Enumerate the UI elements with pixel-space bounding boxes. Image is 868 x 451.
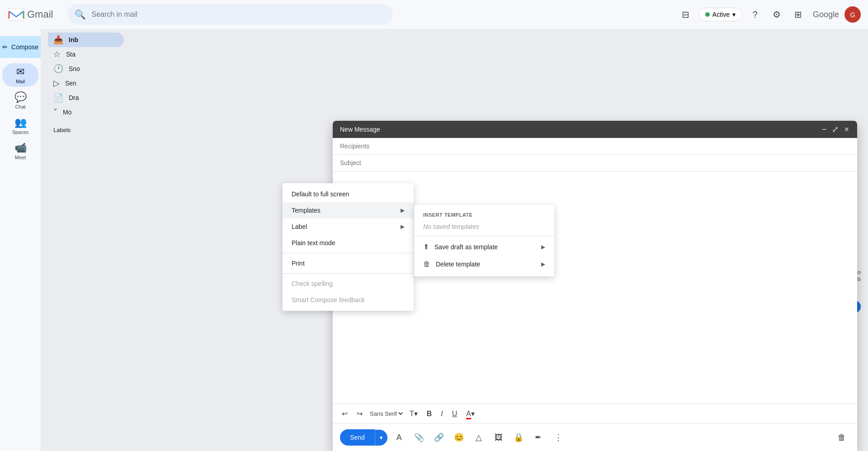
modal-footer: Send ▾ A 📎 🔗 😊 △ 🖼 🔒 ✒ ⋮ 🗑 [333,423,857,451]
send-options-button[interactable]: ▾ [375,430,387,446]
format-icon[interactable]: A [391,429,407,446]
bold-button[interactable]: B [423,408,436,420]
modal-toolbar: ↩ ↪ Sans Serif T▾ B I U A▾ [333,404,857,423]
drive-icon[interactable]: △ [471,429,487,446]
menu-item-print[interactable]: Print [283,255,414,271]
menu-divider-2 [283,273,414,274]
menu-label-smart-compose: Smart Compose feedback [292,296,365,304]
delete-template-label: Delete template [436,261,480,268]
submenu-item-save-draft[interactable]: ⬆ Save draft as template ▶ [414,238,554,256]
menu-item-smart-compose: Smart Compose feedback [283,292,414,308]
minimize-button[interactable]: − [821,124,828,134]
font-size-button[interactable]: T▾ [406,408,421,420]
modal-overlay: New Message − ⤢ × ↩ ↪ Sans Serif T▾ B I [0,0,868,451]
menu-label-templates: Templates [292,207,321,214]
save-draft-icon: ⬆ [423,242,429,251]
delete-template-arrow-icon: ▶ [541,261,545,267]
signature-icon[interactable]: ✒ [530,429,547,446]
expand-button[interactable]: ⤢ [831,124,840,134]
save-draft-arrow-icon: ▶ [541,244,545,250]
delete-template-icon: 🗑 [423,260,430,268]
modal-title: New Message [340,126,821,133]
menu-label-check-spelling: Check spelling [292,280,333,287]
subject-field[interactable] [333,155,857,171]
font-family-select[interactable]: Sans Serif [368,410,404,418]
menu-item-check-spelling: Check spelling [283,275,414,292]
text-color-icon: A [466,410,471,419]
italic-button[interactable]: I [437,408,446,420]
link-icon[interactable]: 🔗 [431,429,447,446]
modal-header: New Message − ⤢ × [333,121,857,138]
save-draft-left: ⬆ Save draft as template [423,242,498,251]
delete-template-left: 🗑 Delete template [423,260,480,268]
photo-icon[interactable]: 🖼 [491,429,507,446]
menu-item-templates[interactable]: Templates ▶ [283,202,414,218]
underline-button[interactable]: U [448,408,461,420]
menu-item-default-fullscreen[interactable]: Default to full screen [283,186,414,202]
menu-label-print: Print [292,260,305,267]
recipients-input[interactable] [340,142,850,150]
context-menu: Default to full screen Templates ▶ Label… [283,183,414,311]
label-arrow-icon: ▶ [401,223,405,230]
redo-button[interactable]: ↪ [353,408,366,420]
menu-item-label[interactable]: Label ▶ [283,218,414,235]
lock-icon[interactable]: 🔒 [510,429,527,446]
save-draft-label: Save draft as template [434,243,498,251]
menu-divider [283,253,414,253]
discard-button[interactable]: 🗑 [834,429,850,446]
text-color-button[interactable]: A▾ [462,408,478,420]
send-button[interactable]: Send [340,429,375,446]
close-button[interactable]: × [843,124,850,134]
menu-label-label: Label [292,223,307,230]
emoji-icon[interactable]: 😊 [451,429,467,446]
attach-icon[interactable]: 📎 [411,429,427,446]
templates-submenu: INSERT TEMPLATE No saved templates ⬆ Sav… [414,205,554,276]
no-templates-text: No saved templates [414,219,554,234]
submenu-item-delete-template[interactable]: 🗑 Delete template ▶ [414,256,554,273]
submenu-divider [414,236,554,236]
subject-input[interactable] [340,159,850,166]
recipients-field[interactable] [333,138,857,155]
menu-label-plain-text: Plain text mode [292,239,335,247]
undo-button[interactable]: ↩ [338,408,351,420]
more-options-icon[interactable]: ⋮ [550,429,566,446]
menu-label-default-fullscreen: Default to full screen [292,190,349,198]
templates-arrow-icon: ▶ [401,207,405,214]
modal-header-buttons: − ⤢ × [821,124,850,134]
menu-item-plain-text[interactable]: Plain text mode [283,235,414,251]
send-button-group: Send ▾ [340,429,387,446]
submenu-header: INSERT TEMPLATE [414,209,554,219]
